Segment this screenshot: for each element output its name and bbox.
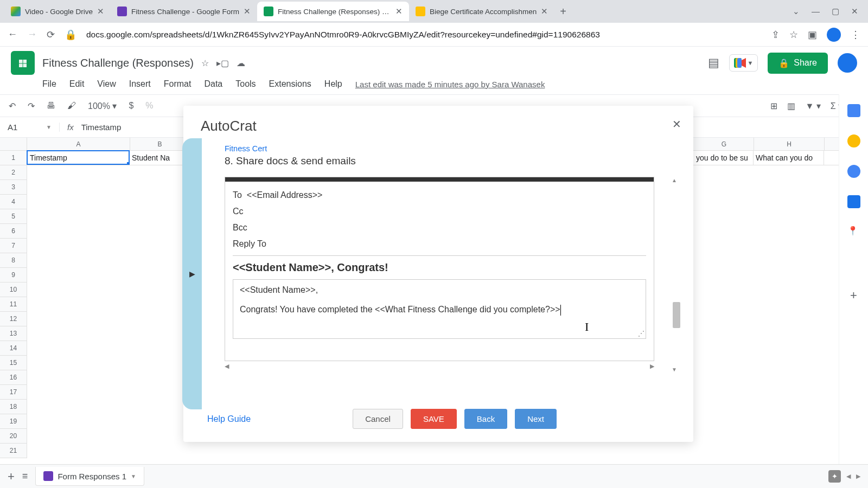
row-header[interactable]: 21 [0, 444, 27, 458]
help-guide-link[interactable]: Help Guide [207, 414, 251, 424]
row-header[interactable]: 16 [0, 370, 27, 385]
menu-insert[interactable]: Insert [129, 79, 151, 89]
formula-value[interactable]: Timestamp [81, 123, 122, 132]
email-bcc-row[interactable]: Bcc [233, 220, 646, 236]
email-cc-row[interactable]: Cc [233, 203, 646, 220]
maximize-icon[interactable]: ▢ [832, 7, 839, 16]
side-panel-icon[interactable]: ▣ [808, 29, 817, 41]
scroll-left-icon[interactable]: ◀ [846, 473, 851, 480]
email-replyto-row[interactable]: Reply To [233, 236, 646, 252]
row-header[interactable]: 13 [0, 326, 27, 341]
cell-h1[interactable]: What can you do [754, 151, 824, 165]
menu-data[interactable]: Data [204, 79, 222, 89]
minimize-icon[interactable]: — [812, 7, 820, 16]
contacts-icon[interactable] [847, 195, 860, 208]
col-header-a[interactable]: A [27, 138, 130, 150]
col-header-h[interactable]: H [754, 138, 825, 150]
cloud-icon[interactable]: ☁ [237, 58, 245, 68]
row-header[interactable]: 10 [0, 282, 27, 297]
row-header[interactable]: 17 [0, 385, 27, 400]
account-avatar[interactable] [838, 53, 857, 73]
close-icon[interactable]: ✕ [395, 7, 403, 16]
menu-view[interactable]: View [97, 79, 116, 89]
row-header[interactable]: 2 [0, 165, 27, 180]
row-header[interactable]: 19 [0, 414, 27, 429]
scroll-right-icon[interactable]: ▶ [856, 473, 860, 480]
last-edit-info[interactable]: Last edit was made 5 minutes ago by Sara… [355, 80, 545, 89]
browser-tab-0[interactable]: Video - Google Drive ✕ [4, 2, 111, 21]
menu-extensions[interactable]: Extensions [269, 79, 311, 89]
row-header[interactable]: 14 [0, 341, 27, 356]
maps-icon[interactable]: 📍 [847, 226, 860, 239]
menu-tools[interactable]: Tools [235, 79, 256, 89]
all-sheets-button[interactable]: ≡ [22, 471, 28, 482]
breadcrumb[interactable]: Fitness Cert [225, 144, 676, 153]
email-subject-field[interactable]: <<Student Name>>, Congrats! [233, 259, 646, 279]
currency-icon[interactable]: $ [129, 101, 133, 111]
browser-tab-3[interactable]: Biege Certificate Accomplishmen ✕ [409, 2, 554, 21]
row-header[interactable]: 8 [0, 253, 27, 268]
row-header[interactable]: 9 [0, 268, 27, 282]
profile-avatar[interactable] [827, 28, 841, 42]
print-icon[interactable]: 🖶 [47, 101, 55, 111]
keep-icon[interactable] [847, 134, 860, 147]
resize-handle-icon[interactable]: ⋰ [638, 330, 644, 337]
back-button[interactable]: Back [464, 409, 507, 429]
chevron-down-icon[interactable]: ⌄ [793, 7, 800, 16]
row-header[interactable]: 5 [0, 209, 27, 224]
new-tab-button[interactable]: + [554, 5, 572, 18]
cancel-button[interactable]: Cancel [353, 409, 403, 429]
tasks-icon[interactable] [847, 165, 860, 178]
kebab-menu-icon[interactable]: ⋮ [851, 29, 860, 41]
browser-tab-2[interactable]: Fitness Challenge (Responses) - G ✕ [257, 2, 409, 21]
save-button[interactable]: SAVE [411, 409, 457, 429]
email-body-field[interactable]: <<Student Name>>, Congrats! You have com… [233, 279, 646, 339]
col-header-g[interactable]: G [694, 138, 754, 150]
bookmark-icon[interactable]: ☆ [789, 29, 798, 41]
chart-icon[interactable]: ▥ [787, 101, 795, 111]
zoom-control[interactable]: 100% ▾ [88, 101, 117, 111]
close-icon[interactable]: ✕ [97, 7, 104, 16]
step-sidebar-tab[interactable]: ▶ [182, 138, 202, 409]
redo-icon[interactable]: ↷ [28, 101, 35, 111]
close-icon[interactable]: ✕ [541, 7, 548, 16]
explore-button[interactable]: ✦ [828, 470, 841, 483]
paint-format-icon[interactable]: 🖌 [67, 101, 76, 111]
sheets-logo[interactable] [11, 51, 35, 75]
chevron-down-icon[interactable]: ▼ [131, 473, 136, 479]
menu-edit[interactable]: Edit [69, 79, 85, 89]
back-button[interactable]: ← [8, 29, 17, 40]
scrollbar-thumb[interactable] [673, 302, 680, 328]
menu-help[interactable]: Help [324, 79, 342, 89]
row-header[interactable]: 11 [0, 297, 27, 312]
document-title[interactable]: Fitness Challenge (Responses) [42, 57, 194, 69]
row-header[interactable]: 6 [0, 224, 27, 239]
row-header[interactable]: 3 [0, 180, 27, 195]
cell-b1[interactable]: Student Na [130, 151, 189, 165]
row-header[interactable]: 15 [0, 356, 27, 370]
add-sheet-button[interactable]: + [8, 470, 15, 484]
filter-icon[interactable]: ▼ ▾ [805, 101, 820, 111]
lock-icon[interactable]: 🔒 [65, 29, 76, 41]
move-icon[interactable]: ▸▢ [216, 58, 229, 68]
calendar-icon[interactable] [847, 104, 860, 117]
meet-button[interactable]: ▼ [729, 54, 758, 72]
select-all-corner[interactable] [0, 138, 27, 150]
url-field[interactable]: docs.google.com/spreadsheets/d/1WknZR645… [86, 30, 762, 40]
modal-vertical-scrollbar[interactable]: ▲ ▼ [672, 177, 680, 373]
close-icon[interactable]: ✕ [244, 7, 251, 16]
modal-horizontal-scrollbar[interactable]: ◀▶ [225, 361, 654, 371]
share-url-icon[interactable]: ⇪ [771, 29, 780, 41]
share-button[interactable]: 🔒 Share [768, 53, 828, 74]
row-header[interactable]: 18 [0, 400, 27, 414]
row-header[interactable]: 1 [0, 151, 27, 165]
row-header[interactable]: 7 [0, 239, 27, 253]
modal-close-button[interactable]: ✕ [672, 118, 681, 131]
cell-a1[interactable]: Timestamp [27, 150, 130, 165]
add-addon-icon[interactable]: + [850, 288, 857, 303]
email-to-row[interactable]: To <<Email Address>> [233, 187, 646, 203]
menu-file[interactable]: File [42, 79, 56, 89]
percent-icon[interactable]: % [145, 101, 153, 111]
col-header-b[interactable]: B [130, 138, 190, 150]
browser-tab-1[interactable]: Fitness Challenge - Google Form ✕ [111, 2, 257, 21]
